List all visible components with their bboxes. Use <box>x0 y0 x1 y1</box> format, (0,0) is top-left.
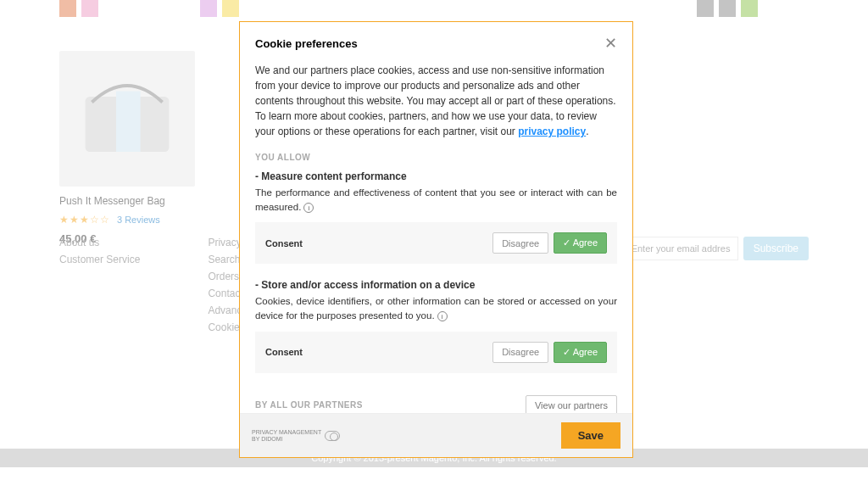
swatch-group-3 <box>697 0 758 17</box>
you-allow-label: YOU ALLOW <box>255 153 617 162</box>
newsletter-form: Subscribe <box>624 237 809 260</box>
swatch <box>222 0 239 17</box>
footer-link: Customer Service <box>59 254 140 265</box>
didomi-line1: PRIVACY MANAGEMENT <box>252 429 321 436</box>
newsletter-input <box>624 237 738 260</box>
swatch <box>719 0 736 17</box>
purpose-desc-text: Cookies, device identifiers, or other in… <box>255 296 617 321</box>
purpose-title: - Measure content performance <box>255 170 617 182</box>
didomi-icon <box>325 431 340 441</box>
didomi-badge: PRIVACY MANAGEMENT BY DIDOMI <box>252 429 340 442</box>
privacy-policy-link[interactable]: privacy policy <box>518 126 586 137</box>
star-rating: ★★★☆☆ <box>59 214 110 226</box>
swatch-group-2 <box>200 0 239 17</box>
save-button[interactable]: Save <box>561 422 620 449</box>
product-image <box>59 51 195 187</box>
purpose-desc: Cookies, device identifiers, or other in… <box>255 294 617 322</box>
agree-button[interactable]: Agree <box>554 342 607 363</box>
close-icon[interactable]: ✕ <box>604 34 617 53</box>
swatch <box>81 0 98 17</box>
didomi-line2: BY DIDOMI <box>252 436 321 443</box>
info-icon[interactable]: i <box>437 311 448 321</box>
footer-link: About us <box>59 237 140 248</box>
intro-text: We and our partners place cookies, acces… <box>255 63 617 139</box>
cookie-preferences-modal: Cookie preferences ✕ We and our partners… <box>239 21 633 458</box>
view-partners-button[interactable]: View our partners <box>526 395 617 413</box>
modal-body[interactable]: We and our partners place cookies, acces… <box>240 56 632 413</box>
svg-rect-1 <box>116 92 141 153</box>
disagree-button[interactable]: Disagree <box>492 232 548 254</box>
consent-row: Consent Disagree Agree <box>255 222 617 264</box>
swatch <box>741 0 758 17</box>
subscribe-button: Subscribe <box>743 237 809 260</box>
swatch <box>59 0 76 17</box>
disagree-button[interactable]: Disagree <box>492 342 548 363</box>
reviews-link: 3 Reviews <box>117 215 160 225</box>
info-icon[interactable]: i <box>303 203 314 213</box>
footer-col-1: About us Customer Service <box>59 237 140 338</box>
consent-label: Consent <box>265 347 303 357</box>
product-card: Push It Messenger Bag ★★★☆☆ 3 Reviews 45… <box>59 51 212 245</box>
product-name: Push It Messenger Bag <box>59 195 212 207</box>
swatch <box>697 0 714 17</box>
modal-title: Cookie preferences <box>255 37 358 50</box>
swatch-group-1 <box>59 0 98 17</box>
consent-label: Consent <box>265 238 303 248</box>
by-all-partners-label: BY ALL OUR PARTNERS <box>255 400 363 410</box>
partners-row: BY ALL OUR PARTNERS View our partners <box>255 388 617 413</box>
purpose-desc: The performance and effectiveness of con… <box>255 186 617 214</box>
swatch <box>200 0 217 17</box>
purpose-title: - Store and/or access information on a d… <box>255 279 617 291</box>
agree-button[interactable]: Agree <box>554 232 607 254</box>
consent-row: Consent Disagree Agree <box>255 332 617 373</box>
